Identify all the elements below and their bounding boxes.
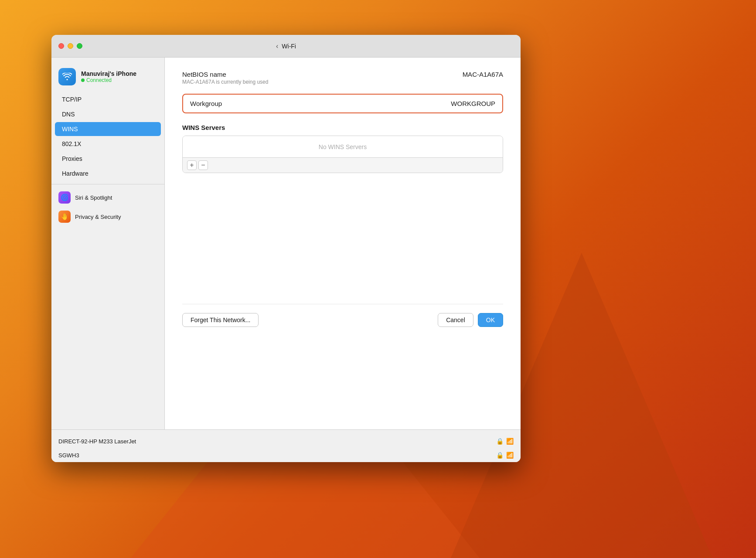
netbios-sublabel: MAC-A1A67A is currently being used [182,79,268,85]
nav-list: TCP/IP DNS WINS 802.1X Proxies Hardware [51,92,164,180]
network-list-item[interactable]: SGWH3 🔒 📶 [51,448,521,462]
workgroup-label: Workgroup [190,100,222,107]
network-header: Manuviraj's iPhone Connected [51,65,164,89]
lock-icon: 🔒 [496,438,504,445]
bottom-network-list: DIRECT-92-HP M233 LaserJet 🔒 📶 SGWH3 🔒 📶 [51,429,521,462]
netbios-label: NetBIOS name [182,71,268,78]
privacy-icon: 🤚 [58,211,71,223]
sidebar-item-hardware[interactable]: Hardware [55,167,161,180]
wins-section: WINS Servers No WINS Servers + − [182,124,503,173]
servers-controls: + − [183,158,503,173]
sidebar-item-siri[interactable]: 🌀 Siri & Spotlight [51,188,164,207]
network-name-text: DIRECT-92-HP M233 LaserJet [58,438,136,445]
no-servers-text: No WINS Servers [319,143,367,150]
wifi-signal-icon: 📶 [506,452,514,459]
siri-label: Siri & Spotlight [75,194,112,201]
network-icons: 🔒 📶 [496,452,514,459]
workgroup-value: WORKGROUP [451,100,495,107]
maximize-button[interactable] [77,43,82,49]
main-window: ‹ Wi-Fi Manuviraj's iPhone [51,35,521,462]
minimize-button[interactable] [68,43,73,49]
titlebar-center: ‹ Wi-Fi [276,42,296,50]
sidebar-bottom: 🌀 Siri & Spotlight 🤚 Privacy & Security [51,184,164,226]
lock-icon: 🔒 [496,452,504,459]
sidebar-item-privacy[interactable]: 🤚 Privacy & Security [51,207,164,226]
ok-button[interactable]: OK [478,313,503,327]
workgroup-row[interactable]: Workgroup WORKGROUP [182,94,503,113]
network-name: Manuviraj's iPhone [81,70,136,77]
netbios-label-group: NetBIOS name MAC-A1A67A is currently bei… [182,71,268,85]
privacy-label: Privacy & Security [75,214,121,220]
cancel-button[interactable]: Cancel [438,313,473,327]
window-body: Manuviraj's iPhone Connected TCP/IP DNS … [51,58,521,429]
network-name-text: SGWH3 [58,452,79,459]
back-button[interactable]: ‹ [276,42,278,50]
remove-server-button[interactable]: − [198,160,208,170]
network-list-item[interactable]: DIRECT-92-HP M233 LaserJet 🔒 📶 [51,434,521,448]
netbios-row: NetBIOS name MAC-A1A67A is currently bei… [182,71,503,87]
netbios-value: MAC-A1A67A [463,71,503,78]
titlebar: ‹ Wi-Fi [51,35,521,58]
sidebar-item-tcpip[interactable]: TCP/IP [55,92,161,106]
network-info: Manuviraj's iPhone Connected [81,70,136,83]
siri-icon: 🌀 [58,191,71,204]
network-icons: 🔒 📶 [496,438,514,445]
sidebar-item-proxies[interactable]: Proxies [55,152,161,166]
close-button[interactable] [58,43,64,49]
add-server-button[interactable]: + [187,160,197,170]
sidebar-item-wins[interactable]: WINS [55,122,161,136]
sidebar-item-8021x[interactable]: 802.1X [55,137,161,151]
traffic-lights [58,43,82,49]
window-title: Wi-Fi [282,43,296,50]
footer: Forget This Network... Cancel OK [182,304,503,327]
status-dot [81,78,85,82]
servers-list: No WINS Servers [183,136,503,158]
wifi-signal-icon: 📶 [506,438,514,445]
sidebar: Manuviraj's iPhone Connected TCP/IP DNS … [51,58,165,429]
action-buttons: Cancel OK [438,313,503,327]
wins-section-title: WINS Servers [182,124,503,131]
network-status: Connected [81,77,136,83]
sidebar-item-dns[interactable]: DNS [55,107,161,121]
main-content: NetBIOS name MAC-A1A67A is currently bei… [165,58,521,429]
network-icon [58,68,76,85]
servers-box: No WINS Servers + − [182,136,503,173]
forget-network-button[interactable]: Forget This Network... [182,313,259,327]
